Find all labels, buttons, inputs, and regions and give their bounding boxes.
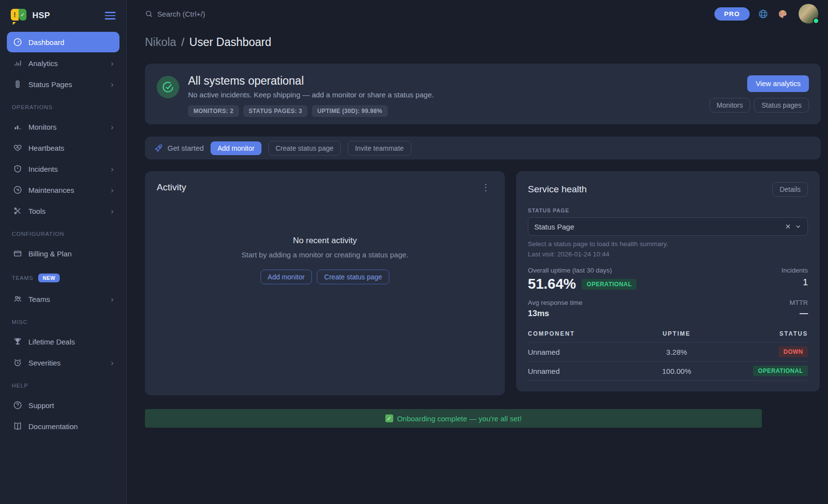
sidebar-item-teams[interactable]: Teams ›	[7, 289, 119, 309]
rocket-icon	[155, 144, 163, 152]
add-monitor-button[interactable]: Add monitor	[211, 141, 261, 155]
breadcrumb-separator: /	[181, 35, 185, 49]
chevron-right-icon: ›	[111, 80, 114, 89]
chevron-right-icon: ›	[111, 207, 114, 215]
col-component: COMPONENT	[528, 330, 633, 337]
status-page-select[interactable]: Status Page ✕	[528, 217, 808, 236]
sidebar-item-status-pages[interactable]: Status Pages ›	[7, 74, 119, 94]
incidents-label: Incidents	[781, 267, 808, 274]
search-box[interactable]	[145, 10, 708, 18]
chevron-right-icon: ›	[111, 59, 114, 68]
sidebar-item-support[interactable]: Support	[7, 395, 119, 415]
sidebar-item-label: Severities	[28, 359, 104, 367]
details-button[interactable]: Details	[772, 182, 808, 197]
check-square-icon: ✓	[385, 414, 393, 422]
question-circle-icon	[13, 401, 22, 410]
kebab-menu-icon[interactable]: ⋮	[478, 182, 493, 193]
new-badge: NEW	[38, 274, 60, 282]
maintenance-wrench-icon	[13, 185, 22, 194]
sidebar-item-tools[interactable]: Tools ›	[7, 201, 119, 221]
monitors-button[interactable]: Monitors	[710, 98, 751, 113]
sidebar: ! ✓ HSP Dashboard Analytics › Status Pag…	[0, 0, 127, 504]
sidebar-item-incidents[interactable]: Incidents ›	[7, 159, 119, 179]
mttr-value: —	[790, 309, 808, 319]
breadcrumb: Nikola / User Dashboard	[145, 35, 821, 49]
breadcrumb-parent[interactable]: Nikola	[145, 36, 176, 49]
app-logo-icon: ! ✓	[11, 9, 27, 23]
service-health-title: Service health	[528, 184, 587, 195]
credit-card-icon	[13, 249, 22, 258]
view-analytics-button[interactable]: View analytics	[747, 75, 809, 92]
uptime-status-badge: OPERATIONAL	[582, 279, 637, 290]
activity-title: Activity	[157, 182, 186, 193]
onboarding-banner-text: Onboarding complete — you're all set!	[397, 414, 522, 423]
sidebar-item-label: Tools	[28, 207, 104, 215]
get-started-bar: Get started Add monitor Create status pa…	[145, 137, 821, 160]
empty-state-title: No recent activity	[157, 236, 493, 246]
online-status-dot	[813, 18, 819, 24]
chevron-right-icon: ›	[111, 295, 114, 303]
logo-exclaim: !	[11, 9, 19, 21]
section-misc: MISC	[7, 309, 119, 331]
sidebar-item-severities[interactable]: Severities ›	[7, 352, 119, 373]
status-page-field-label: STATUS PAGE	[528, 207, 808, 213]
dashboard-gauge-icon	[13, 38, 22, 46]
sidebar-item-lifetime-deals[interactable]: Lifetime Deals	[7, 331, 119, 352]
status-title: All systems operational	[188, 74, 701, 88]
empty-create-status-page-button[interactable]: Create status page	[317, 270, 389, 284]
heartbeat-icon	[13, 143, 22, 152]
section-teams-label: TEAMS	[12, 275, 33, 281]
section-help: HELP	[7, 373, 119, 394]
theme-palette-icon[interactable]	[776, 7, 789, 20]
app-title: HSP	[32, 11, 100, 21]
pro-badge[interactable]: PRO	[714, 7, 750, 21]
status-page-select-value: Status Page	[534, 223, 781, 231]
section-operations: OPERATIONS	[7, 94, 119, 116]
sidebar-item-label: Dashboard	[28, 38, 114, 46]
hamburger-menu-icon[interactable]	[105, 12, 116, 20]
sidebar-item-label: Status Pages	[28, 80, 104, 89]
clear-selection-icon[interactable]: ✕	[781, 223, 795, 230]
chevron-down-icon[interactable]	[795, 223, 802, 230]
empty-add-monitor-button[interactable]: Add monitor	[260, 270, 312, 284]
component-table-header: COMPONENT UPTIME STATUS	[528, 326, 808, 342]
book-icon	[13, 422, 22, 431]
sidebar-item-monitors[interactable]: Monitors ›	[7, 116, 119, 137]
sidebar-item-dashboard[interactable]: Dashboard	[7, 32, 119, 52]
sidebar-item-analytics[interactable]: Analytics ›	[7, 53, 119, 73]
analytics-bars-icon	[13, 59, 22, 68]
component-status-badge: DOWN	[779, 346, 808, 357]
invite-teammate-button[interactable]: Invite teammate	[348, 141, 411, 156]
sidebar-item-label: Heartbeats	[28, 144, 114, 152]
trophy-icon	[13, 337, 22, 346]
col-status: STATUS	[720, 330, 808, 337]
service-health-card: Service health Details STATUS PAGE Statu…	[516, 171, 820, 391]
create-status-page-button[interactable]: Create status page	[268, 141, 341, 156]
activity-empty-state: No recent activity Start by adding a mon…	[157, 236, 493, 284]
search-icon	[145, 10, 153, 18]
sidebar-item-label: Documentation	[28, 422, 114, 431]
shield-alert-icon	[13, 164, 22, 173]
sidebar-item-label: Billing & Plan	[28, 250, 114, 258]
tools-crossed-icon	[13, 206, 22, 215]
sidebar-item-heartbeats[interactable]: Heartbeats	[7, 137, 119, 158]
chevron-right-icon: ›	[111, 186, 114, 194]
activity-card: Activity ⋮ No recent activity Start by a…	[145, 171, 505, 395]
status-pages-button[interactable]: Status pages	[754, 98, 809, 113]
people-icon	[13, 295, 22, 303]
globe-icon[interactable]	[757, 7, 769, 20]
component-table: COMPONENT UPTIME STATUS Unnamed 3.28% DO…	[528, 326, 808, 381]
empty-state-subtitle: Start by adding a monitor or creating a …	[157, 251, 493, 259]
col-uptime: UPTIME	[633, 330, 721, 337]
status-pages-count-chip: STATUS PAGES: 3	[243, 105, 308, 117]
content: Nikola / User Dashboard All systems oper…	[127, 27, 828, 504]
sidebar-item-label: Teams	[28, 295, 104, 303]
sidebar-item-documentation[interactable]: Documentation	[7, 416, 119, 436]
sidebar-item-label: Maintenances	[28, 186, 104, 194]
topbar: PRO	[127, 0, 828, 27]
user-avatar[interactable]	[799, 4, 818, 23]
search-input[interactable]	[157, 10, 304, 18]
sidebar-item-maintenances[interactable]: Maintenances ›	[7, 180, 119, 200]
component-name: Unnamed	[528, 348, 633, 356]
sidebar-item-billing[interactable]: Billing & Plan	[7, 243, 119, 264]
